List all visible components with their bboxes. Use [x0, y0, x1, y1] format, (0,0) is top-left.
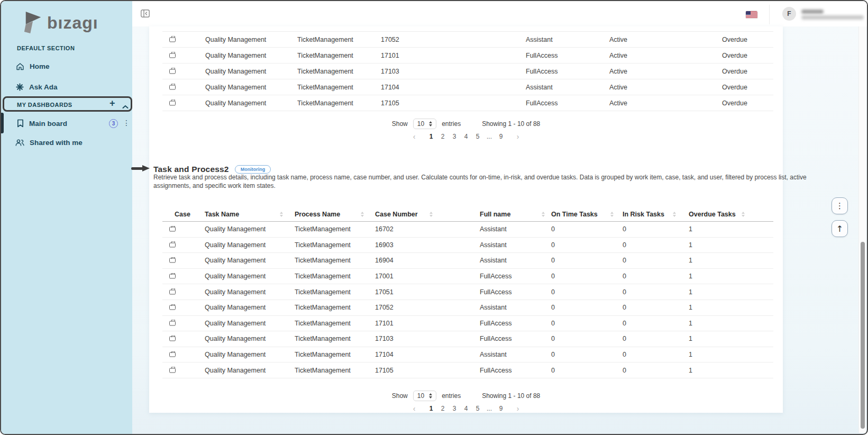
cell-full-name: Assistant: [480, 257, 507, 264]
add-dashboard-button[interactable]: +: [109, 98, 115, 108]
page-button[interactable]: 3: [451, 133, 458, 140]
cell-full-name: Assistant: [480, 351, 507, 358]
table-row[interactable]: Quality Management TicketManagement 1710…: [162, 362, 773, 378]
cell-task-name: Quality Management: [205, 225, 266, 233]
cell-on-time: 0: [551, 320, 555, 327]
case-icon: [169, 53, 176, 58]
table-row[interactable]: Quality Management TicketManagement 1710…: [162, 95, 773, 111]
sidebar-item-home[interactable]: Home: [16, 62, 50, 70]
page-size-select[interactable]: 10: [413, 391, 436, 401]
cell-task-name: Quality Management: [205, 304, 266, 311]
cell-case-number: 16904: [375, 257, 394, 264]
page-size-select[interactable]: 10: [413, 119, 436, 129]
column-header-task-name[interactable]: Task Name: [205, 211, 239, 218]
user-avatar[interactable]: F: [782, 7, 796, 21]
case-icon: [169, 37, 176, 42]
my-dashboards-label: MY DASHBOARDS: [17, 102, 72, 108]
case-icon: [169, 258, 176, 263]
sidebar-item-ask-ada[interactable]: Ask Ada: [16, 83, 58, 91]
table-row[interactable]: Quality Management TicketManagement 1710…: [162, 331, 773, 347]
prev-page-button[interactable]: ‹: [410, 404, 418, 413]
sidebar-item-main-board[interactable]: Main board: [17, 119, 67, 128]
table-row[interactable]: Quality Management TicketManagement 1710…: [162, 64, 773, 79]
cell-full-name: FullAccess: [480, 320, 511, 327]
cell-process-name: TicketManagement: [295, 257, 351, 264]
pagination-top-table: Show 10 entries Showing 1 - 10 of 88 ‹ 1…: [149, 119, 783, 141]
table-row[interactable]: Quality Management TicketManagement 1710…: [162, 316, 773, 332]
cell-state: Active: [609, 68, 627, 75]
column-header-case[interactable]: Case: [175, 211, 190, 218]
cell-task-name: Quality Management: [205, 36, 266, 43]
sort-icon[interactable]: [361, 212, 364, 217]
table-row[interactable]: Quality Management TicketManagement 1710…: [162, 347, 773, 363]
more-vertical-icon: ⋮: [836, 201, 844, 211]
cell-on-time: 0: [551, 335, 555, 342]
page-button[interactable]: 1: [427, 405, 435, 412]
next-page-button[interactable]: ›: [514, 132, 522, 141]
widget-options-button[interactable]: ⋮: [832, 197, 848, 214]
page-button[interactable]: 9: [497, 133, 505, 140]
sort-icon[interactable]: [542, 212, 545, 217]
main-board-menu-icon[interactable]: ⋮: [123, 119, 130, 127]
cell-task-name: Quality Management: [205, 52, 266, 59]
sort-icon[interactable]: [673, 212, 677, 217]
column-header-full-name[interactable]: Full name: [480, 211, 510, 218]
table-row[interactable]: Quality Management TicketManagement 1705…: [162, 300, 773, 316]
page-button[interactable]: 1: [427, 133, 435, 140]
cell-process-name: TicketManagement: [295, 351, 351, 358]
page-button[interactable]: 5: [474, 133, 481, 140]
column-header-process-name[interactable]: Process Name: [295, 211, 340, 218]
collapse-dashboards-chevron-up-icon[interactable]: [122, 102, 129, 111]
cell-process-name: TicketManagement: [295, 367, 351, 374]
prev-page-button[interactable]: ‹: [410, 132, 418, 141]
cell-overdue: 1: [689, 320, 692, 327]
cell-case-number: 17052: [381, 36, 399, 43]
column-header-case-number[interactable]: Case Number: [375, 211, 418, 218]
cell-full-name: FullAccess: [480, 288, 511, 296]
dashboard-content: Quality Management TicketManagement 1705…: [149, 26, 783, 413]
sort-icon[interactable]: [280, 212, 284, 217]
vertical-scrollbar-thumb[interactable]: [861, 242, 865, 429]
column-header-overdue-tasks[interactable]: Overdue Tasks: [689, 211, 736, 218]
cell-state: Active: [609, 36, 627, 43]
page-button[interactable]: 2: [439, 405, 446, 412]
case-icon: [169, 305, 176, 310]
collapse-sidebar-icon[interactable]: [141, 10, 150, 20]
task-process-table: Case Task Name Process Name Case Number …: [162, 207, 773, 378]
cell-full-name: FullAccess: [526, 68, 558, 75]
table-row[interactable]: Quality Management TicketManagement 1690…: [162, 238, 773, 253]
column-header-in-risk-tasks[interactable]: In Risk Tasks: [623, 211, 664, 218]
table-row[interactable]: Quality Management TicketManagement 1705…: [162, 284, 773, 300]
table-row[interactable]: Quality Management TicketManagement 1710…: [162, 79, 773, 95]
table-row[interactable]: Quality Management TicketManagement 1710…: [162, 48, 773, 64]
language-flag-us-icon[interactable]: [746, 11, 757, 19]
sidebar-item-shared-with-me[interactable]: Shared with me: [15, 139, 83, 147]
sort-icon[interactable]: [430, 212, 433, 217]
cell-status: Overdue: [722, 36, 747, 43]
page-button[interactable]: 9: [497, 405, 505, 412]
column-header-on-time-tasks[interactable]: On Time Tasks: [551, 211, 598, 218]
cell-full-name: Assistant: [480, 304, 507, 311]
page-button[interactable]: 2: [439, 133, 446, 140]
page-button[interactable]: 4: [462, 405, 470, 412]
page-size-value: 10: [417, 392, 424, 400]
next-page-button[interactable]: ›: [514, 404, 522, 413]
sort-icon[interactable]: [610, 212, 614, 217]
vertical-scrollbar-track[interactable]: [858, 26, 866, 433]
page-button[interactable]: 3: [451, 405, 458, 412]
cell-task-name: Quality Management: [205, 367, 266, 374]
case-icon: [169, 85, 176, 89]
scroll-to-top-button[interactable]: ↑: [832, 220, 848, 237]
cell-process-name: TicketManagement: [295, 225, 351, 233]
cell-case-number: 17104: [375, 351, 394, 358]
table-row[interactable]: Quality Management TicketManagement 1700…: [162, 269, 773, 285]
page-button[interactable]: 4: [462, 133, 470, 140]
table-row[interactable]: Quality Management TicketManagement 1690…: [162, 253, 773, 269]
bookmark-icon: [17, 119, 24, 128]
table-row[interactable]: Quality Management TicketManagement 1670…: [162, 222, 773, 238]
sort-icon[interactable]: [742, 212, 745, 217]
page-button[interactable]: 5: [474, 405, 481, 412]
sidebar-item-label: Main board: [29, 120, 67, 128]
cell-state: Active: [609, 99, 627, 107]
table-row[interactable]: Quality Management TicketManagement 1705…: [162, 32, 773, 48]
